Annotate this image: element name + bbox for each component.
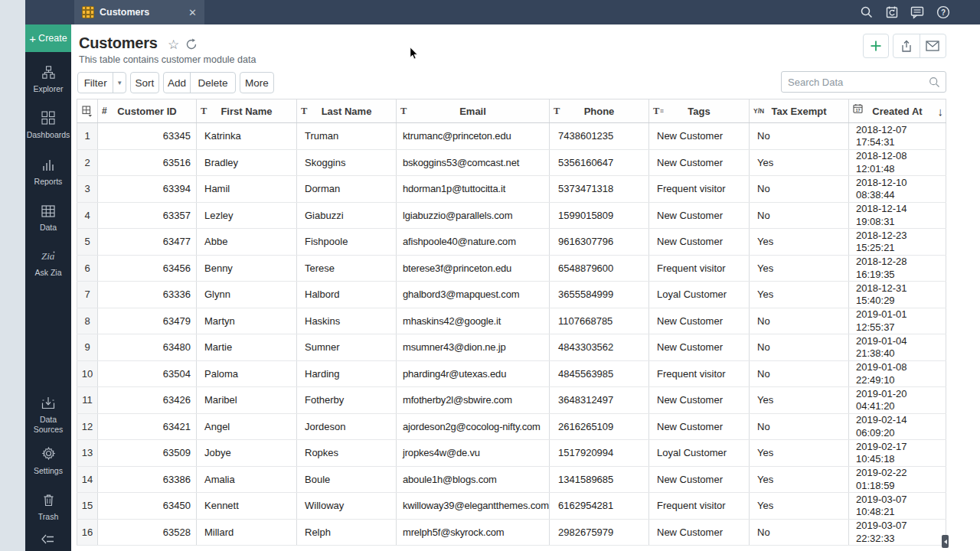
table-cell[interactable]: Glynn: [197, 282, 297, 308]
table-cell[interactable]: 2019-02-1710:45:18: [849, 440, 946, 467]
row-number-cell[interactable]: 12: [77, 413, 98, 440]
tab-close-icon[interactable]: ✕: [188, 7, 197, 18]
column-header-select[interactable]: [77, 99, 98, 123]
table-cell[interactable]: Halbord: [297, 282, 397, 308]
table-cell[interactable]: hdorman1p@tuttocitta.it: [397, 176, 550, 203]
table-cell[interactable]: Fishpoole: [297, 229, 397, 256]
table-cell[interactable]: New Customer: [649, 123, 750, 150]
table-cell[interactable]: 2019-02-1406:09:20: [849, 413, 946, 440]
table-cell[interactable]: Lezley: [197, 202, 297, 229]
table-cell[interactable]: afishpoole40@nature.com: [397, 229, 550, 256]
delete-button[interactable]: Delete: [191, 73, 235, 93]
table-cell[interactable]: Giabuzzi: [297, 202, 397, 229]
sidebar-item-data-sources[interactable]: Data Sources: [25, 396, 71, 435]
table-cell[interactable]: New Customer: [649, 466, 750, 493]
table-cell[interactable]: 1517920994: [550, 440, 649, 467]
table-cell[interactable]: 63345: [98, 123, 197, 150]
table-cell[interactable]: Frequent visitor: [649, 493, 750, 520]
table-cell[interactable]: Amalia: [197, 466, 297, 493]
column-header-tags[interactable]: T≡Tags: [649, 99, 750, 123]
table-cell[interactable]: Loyal Customer: [649, 440, 750, 467]
sidebar-item-dashboards[interactable]: Dashboards: [25, 111, 71, 140]
sort-button[interactable]: Sort: [130, 72, 159, 93]
tab-customers[interactable]: Customers ✕: [74, 0, 204, 24]
table-cell[interactable]: pharding4r@utexas.edu: [397, 360, 550, 387]
table-cell[interactable]: 2018-12-3115:40:29: [849, 282, 946, 308]
table-cell[interactable]: 2018-12-2315:25:21: [849, 229, 946, 256]
table-cell[interactable]: 1107668785: [550, 308, 649, 334]
table-cell[interactable]: Loyal Customer: [649, 282, 750, 308]
table-cell[interactable]: 63479: [98, 308, 197, 334]
table-cell[interactable]: New Customer: [649, 149, 750, 176]
table-cell[interactable]: 2018-12-1008:38:44: [849, 176, 946, 203]
table-cell[interactable]: Frequent visitor: [649, 176, 750, 203]
table-cell[interactable]: 6548879600: [550, 255, 649, 282]
new-item-button[interactable]: [863, 34, 889, 58]
table-cell[interactable]: New Customer: [649, 334, 750, 361]
table-cell[interactable]: lgiabuzzio@parallels.com: [397, 202, 550, 229]
table-cell[interactable]: Katrinka: [197, 123, 297, 150]
table-cell[interactable]: Millard: [197, 519, 297, 546]
sidebar-item-trash[interactable]: Trash: [25, 494, 71, 522]
table-cell[interactable]: 2019-02-2201:18:59: [849, 466, 946, 493]
table-cell[interactable]: No: [750, 413, 849, 440]
row-number-cell[interactable]: 10: [77, 360, 98, 387]
table-cell[interactable]: Yes: [750, 282, 849, 308]
table-cell[interactable]: 1341589685: [550, 466, 649, 493]
table-cell[interactable]: 63386: [98, 466, 197, 493]
table-cell[interactable]: Ropkes: [297, 440, 397, 467]
table-cell[interactable]: Yes: [750, 387, 849, 414]
table-cell[interactable]: Truman: [297, 123, 397, 150]
row-number-cell[interactable]: 13: [77, 440, 98, 467]
scrollbar-thumb[interactable]: [942, 535, 949, 548]
table-cell[interactable]: Paloma: [197, 360, 297, 387]
table-cell[interactable]: No: [750, 123, 849, 150]
table-cell[interactable]: Martyn: [197, 308, 297, 334]
table-cell[interactable]: jropkes4w@de.vu: [397, 440, 550, 467]
table-cell[interactable]: 2019-01-0112:55:37: [849, 308, 946, 334]
table-cell[interactable]: 7438601235: [550, 123, 649, 150]
table-cell[interactable]: ajordeson2g@cocolog-nifty.com: [397, 413, 550, 440]
column-header-first[interactable]: TFirst Name: [197, 99, 297, 123]
table-cell[interactable]: ghalbord3@mapquest.com: [397, 282, 550, 308]
table-cell[interactable]: 63450: [98, 493, 197, 520]
table-cell[interactable]: Yes: [750, 255, 849, 282]
column-header-email[interactable]: TEmail: [397, 99, 550, 123]
table-cell[interactable]: Haskins: [297, 308, 397, 334]
column-header-phone[interactable]: TPhone: [550, 99, 649, 123]
table-cell[interactable]: Yes: [750, 440, 849, 467]
column-header-created[interactable]: 17Created At↓: [849, 99, 946, 123]
column-header-tax[interactable]: Y/NTax Exempt: [750, 99, 849, 123]
table-cell[interactable]: 5356160647: [550, 149, 649, 176]
table-cell[interactable]: 3648312497: [550, 387, 649, 414]
table-cell[interactable]: New Customer: [649, 229, 750, 256]
email-button[interactable]: [920, 34, 946, 57]
table-cell[interactable]: New Customer: [649, 519, 750, 546]
row-number-cell[interactable]: 15: [77, 493, 98, 520]
table-cell[interactable]: Abbe: [197, 229, 297, 256]
table-cell[interactable]: Jordeson: [297, 413, 397, 440]
table-cell[interactable]: 63480: [98, 334, 197, 361]
table-cell[interactable]: Yes: [750, 493, 849, 520]
row-number-cell[interactable]: 4: [77, 202, 98, 229]
table-cell[interactable]: New Customer: [649, 413, 750, 440]
table-cell[interactable]: 2982675979: [550, 519, 649, 546]
table-cell[interactable]: 2019-03-0722:32:33: [849, 519, 946, 546]
row-number-cell[interactable]: 7: [77, 282, 98, 308]
table-cell[interactable]: No: [750, 334, 849, 361]
row-number-cell[interactable]: 11: [77, 387, 98, 414]
table-cell[interactable]: 63426: [98, 387, 197, 414]
filter-dropdown-arrow[interactable]: ▼: [113, 73, 126, 93]
table-cell[interactable]: mrelph5f@skyrock.com: [397, 519, 550, 546]
row-number-cell[interactable]: 2: [77, 149, 98, 176]
help-icon[interactable]: ?: [936, 5, 950, 19]
search-data-input[interactable]: [782, 77, 929, 88]
row-number-cell[interactable]: 9: [77, 334, 98, 361]
table-cell[interactable]: 6162954281: [550, 493, 649, 520]
table-cell[interactable]: Yes: [750, 229, 849, 256]
table-cell[interactable]: Boule: [297, 466, 397, 493]
table-cell[interactable]: mfotherby2l@sbwire.com: [397, 387, 550, 414]
table-cell[interactable]: Harding: [297, 360, 397, 387]
table-cell[interactable]: 4843303562: [550, 334, 649, 361]
table-cell[interactable]: New Customer: [649, 202, 750, 229]
